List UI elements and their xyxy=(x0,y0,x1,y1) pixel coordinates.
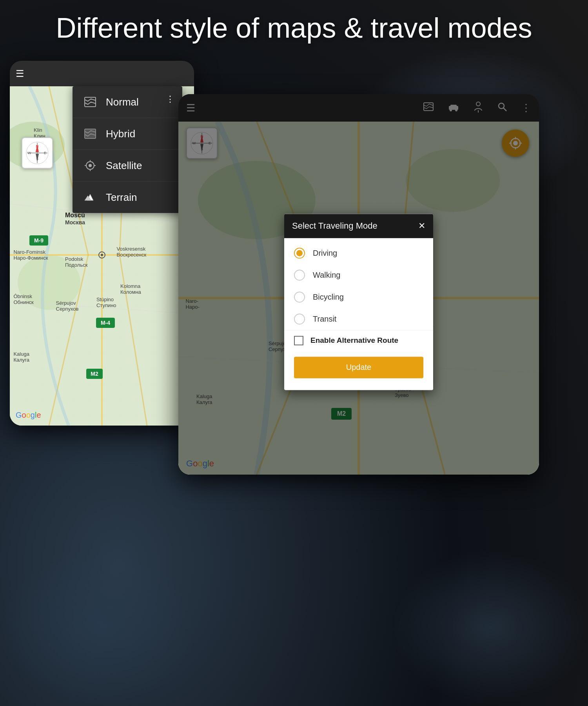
svg-text:E: E xyxy=(44,151,46,155)
option-transit[interactable]: Transit xyxy=(284,308,433,330)
city-obninsk: ÓbninskОбнинск xyxy=(13,293,33,305)
alternative-route-row[interactable]: Enable Alternative Route xyxy=(284,330,433,351)
option-bicycling[interactable]: Bicycling xyxy=(284,286,433,308)
hybrid-map-icon xyxy=(82,126,98,142)
phone-right: ☰ xyxy=(178,94,539,475)
svg-text:M2: M2 xyxy=(91,371,98,377)
city-moscow: MoscúМосква xyxy=(65,212,85,226)
svg-text:M-9: M-9 xyxy=(34,237,44,244)
satellite-label: Satellite xyxy=(106,160,142,172)
driving-label: Driving xyxy=(313,249,337,258)
compass-left: N S W E xyxy=(22,137,53,169)
dropdown-item-hybrid[interactable]: Hybrid xyxy=(73,118,182,150)
city-naro-fominsk: Naro-FominskНаро-Фоминск xyxy=(13,249,48,261)
dropdown-item-satellite[interactable]: Satellite xyxy=(73,150,182,182)
more-options-icon[interactable]: ⋮ xyxy=(166,94,174,104)
google-logo-left: Google xyxy=(16,411,41,420)
satellite-icon xyxy=(82,158,98,173)
blur-left xyxy=(0,549,196,706)
normal-label: Normal xyxy=(106,96,139,108)
blur-right xyxy=(392,549,588,706)
radio-transit[interactable] xyxy=(294,313,305,324)
svg-text:S: S xyxy=(36,157,38,161)
city-kaluga: KalugaКалуга xyxy=(13,351,29,363)
dialog-title: Select Traveling Mode xyxy=(292,221,377,231)
bicycling-label: Bicycling xyxy=(313,293,344,302)
normal-map-icon xyxy=(82,94,98,110)
city-stupino: StúpinoСтупино xyxy=(96,297,116,308)
hybrid-label: Hybrid xyxy=(106,128,135,140)
svg-point-3 xyxy=(89,164,92,167)
city-serpukhov: SérpujovСерпухов xyxy=(56,300,79,312)
terrain-icon xyxy=(82,189,98,205)
svg-text:W: W xyxy=(28,151,31,155)
transit-label: Transit xyxy=(313,315,336,324)
walking-label: Walking xyxy=(313,271,340,280)
alternative-route-label: Enable Alternative Route xyxy=(310,336,398,345)
svg-point-20 xyxy=(101,254,103,256)
app-bar-left: ☰ xyxy=(10,61,194,86)
option-walking[interactable]: Walking xyxy=(284,264,433,286)
svg-rect-1 xyxy=(85,129,96,138)
city-kolomna: KolomnaКоломна xyxy=(120,283,141,295)
city-podolsk: PodolskПодольск xyxy=(65,256,87,268)
dropdown-item-terrain[interactable]: Terrain xyxy=(73,182,182,213)
dialog-body: Driving Walking Bicycling Transit xyxy=(284,238,433,390)
page-title: Different style of maps & travel modes xyxy=(0,12,588,44)
dialog-overlay: Select Traveling Mode ✕ Driving Walking xyxy=(178,94,539,475)
radio-walking[interactable] xyxy=(294,269,305,280)
hamburger-menu-icon[interactable]: ☰ xyxy=(16,68,24,79)
dialog-close-button[interactable]: ✕ xyxy=(418,221,425,231)
dialog-header: Select Traveling Mode ✕ xyxy=(284,214,433,238)
radio-bicycling[interactable] xyxy=(294,291,305,302)
city-voskresensk: VoskresenskВоскресенск xyxy=(117,246,147,258)
svg-text:N: N xyxy=(36,144,39,148)
phone-left: ☰ ⋮ Normal Hybrid xyxy=(10,61,194,426)
svg-rect-0 xyxy=(85,97,96,107)
terrain-label: Terrain xyxy=(106,191,137,204)
map-type-dropdown: ⋮ Normal Hybrid xyxy=(73,86,182,213)
svg-text:M-4: M-4 xyxy=(101,320,110,326)
update-button[interactable]: Update xyxy=(294,357,423,378)
radio-driving[interactable] xyxy=(294,247,305,258)
option-driving[interactable]: Driving xyxy=(284,242,433,264)
travel-mode-dialog: Select Traveling Mode ✕ Driving Walking xyxy=(284,214,433,390)
alternative-route-checkbox[interactable] xyxy=(294,336,303,345)
